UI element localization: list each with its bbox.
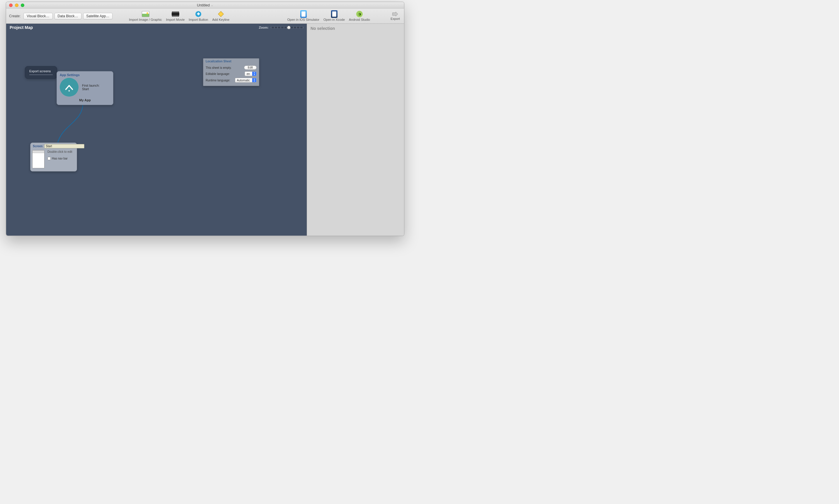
create-label: Create: — [9, 14, 20, 18]
window-title-text: Untitled — [197, 3, 210, 7]
runtime-language-label: Runtime language: — [206, 79, 230, 82]
screen-name-input[interactable] — [44, 144, 84, 148]
image-icon — [141, 11, 150, 17]
runtime-language-select[interactable]: Automatic ▲▼ — [235, 78, 257, 83]
canvas-area[interactable]: Export screens App Settings First launch… — [6, 31, 307, 236]
toolbar: Create: Visual Block… Data Block… Satell… — [6, 8, 404, 24]
keyline-icon — [217, 11, 225, 17]
toolbar-import-button-label: Import Button — [189, 18, 208, 21]
create-visual-block-button[interactable]: Visual Block… — [23, 13, 52, 19]
app-name: My App — [57, 98, 113, 102]
toolbar-open-ios[interactable]: Open in iOS Simulator — [286, 11, 321, 21]
toolbar-open-xcode[interactable]: Open in Xcode — [322, 11, 346, 21]
create-data-block-button[interactable]: Data Block… — [54, 13, 82, 19]
toolbar-open-xcode-label: Open in Xcode — [323, 18, 345, 21]
localization-empty-text: This sheet is empty. — [206, 66, 232, 69]
titlebar: Untitled ⌄ — [6, 2, 404, 8]
localization-edit-button[interactable]: Edit — [244, 66, 257, 70]
screen-node-header: Screen — [33, 145, 42, 148]
ios-simulator-icon — [299, 11, 308, 17]
zoom-label: Zoom: — [259, 26, 269, 29]
toolbar-export[interactable]: Export — [389, 12, 401, 20]
create-satellite-app-button[interactable]: Satellite App… — [83, 13, 113, 19]
toolbar-android-studio[interactable]: ◑ Android Studio — [348, 11, 371, 21]
zoom-slider[interactable] — [271, 25, 303, 30]
toolbar-import-image[interactable]: Import Image / Graphic — [128, 11, 163, 21]
canvas-header: Project Map Zoom: — [6, 24, 307, 31]
close-icon[interactable] — [9, 3, 13, 7]
has-nav-bar-label: Has nav bar — [52, 157, 68, 160]
export-screens-node[interactable]: Export screens — [25, 66, 57, 79]
select-stepper-icon: ▲▼ — [252, 78, 256, 82]
app-window: Untitled ⌄ Create: Visual Block… Data Bl… — [6, 2, 404, 236]
screen-edit-hint: Double-click to edit — [48, 150, 72, 154]
editable-language-value: en — [245, 72, 252, 75]
window-controls — [9, 3, 24, 7]
first-launch-label: First launch: — [82, 84, 100, 87]
zoom-icon[interactable] — [21, 3, 24, 7]
inspector-panel: No selection — [307, 24, 404, 236]
zoom-control: Zoom: — [259, 25, 303, 30]
editable-language-select[interactable]: en ▲▼ — [245, 71, 257, 76]
select-stepper-icon: ▲▼ — [252, 72, 256, 76]
toolbar-import-movie-label: Import Movie — [166, 18, 185, 21]
divider — [29, 75, 53, 75]
export-icon — [392, 12, 398, 16]
toolbar-android-studio-label: Android Studio — [349, 18, 370, 21]
toolbar-import-movie[interactable]: Import Movie — [165, 11, 186, 21]
minimize-icon[interactable] — [15, 3, 18, 7]
canvas-title: Project Map — [10, 25, 33, 30]
window-title[interactable]: Untitled ⌄ — [197, 3, 213, 7]
has-nav-bar-input[interactable] — [48, 157, 51, 160]
svg-point-0 — [69, 90, 70, 91]
toolbar-import-image-label: Import Image / Graphic — [129, 18, 162, 21]
toolbar-add-keyline[interactable]: Add Keyline — [211, 11, 230, 21]
localization-header: Localization Sheet — [206, 60, 257, 65]
app-icon — [60, 78, 79, 96]
first-launch-value: Start — [82, 87, 100, 91]
runtime-language-value: Automatic — [235, 79, 252, 82]
toolbar-import-button[interactable]: ✥ Import Button — [188, 11, 209, 21]
android-icon: ◑ — [355, 11, 363, 17]
zoom-thumb[interactable] — [287, 26, 291, 29]
toolbar-add-keyline-label: Add Keyline — [212, 18, 229, 21]
app-settings-header: App Settings — [57, 73, 113, 78]
export-screens-title: Export screens — [29, 69, 53, 73]
toolbar-export-label: Export — [391, 17, 400, 20]
screen-node[interactable]: Screen Double-click to edit Has nav bar — [30, 143, 77, 172]
button-icon: ✥ — [194, 11, 202, 17]
has-nav-bar-checkbox[interactable]: Has nav bar — [48, 157, 72, 160]
app-settings-node[interactable]: App Settings First launch: Start My App — [56, 71, 113, 105]
chevron-down-icon: ⌄ — [211, 4, 213, 7]
screen-thumbnail[interactable] — [32, 150, 45, 168]
connection-lines — [6, 31, 307, 236]
toolbar-open-ios-label: Open in iOS Simulator — [287, 18, 319, 21]
main-split: Project Map Zoom: — [6, 24, 404, 236]
xcode-icon — [330, 11, 338, 17]
editable-language-label: Editable language: — [206, 72, 230, 75]
project-map-canvas[interactable]: Project Map Zoom: — [6, 24, 307, 236]
filmstrip-icon — [171, 11, 179, 17]
inspector-header: No selection — [307, 24, 404, 33]
localization-sheet[interactable]: Localization Sheet This sheet is empty. … — [203, 58, 259, 86]
